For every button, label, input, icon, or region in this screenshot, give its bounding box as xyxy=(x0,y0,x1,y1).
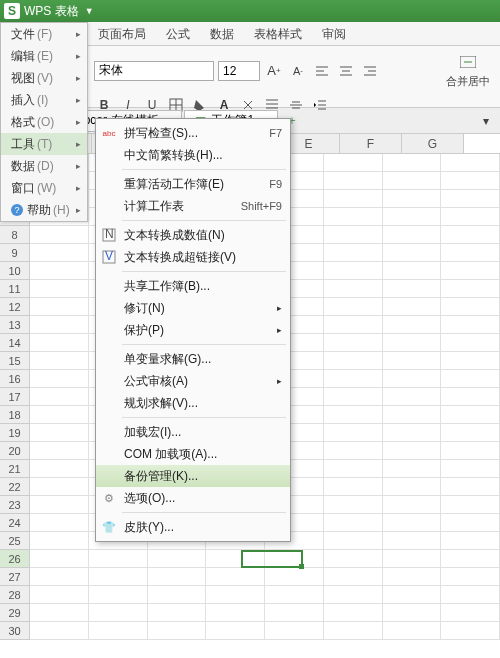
context-menu-item[interactable]: 保护(P)▸ xyxy=(96,319,290,341)
row-header[interactable]: 9 xyxy=(0,244,30,262)
row-header[interactable]: 11 xyxy=(0,280,30,298)
align-right-icon[interactable] xyxy=(360,61,380,81)
decrease-font-icon[interactable]: A- xyxy=(288,61,308,81)
ribbon-tab-formula[interactable]: 公式 xyxy=(156,22,200,45)
context-menu-item[interactable]: N文本转换成数值(N) xyxy=(96,224,290,246)
row-header[interactable]: 10 xyxy=(0,262,30,280)
ribbon-tab-data[interactable]: 数据 xyxy=(200,22,244,45)
svg-text:N: N xyxy=(105,228,114,241)
context-menu-item[interactable]: 规划求解(V)... xyxy=(96,392,290,414)
menu-item[interactable]: 窗口(W)▸ xyxy=(1,177,87,199)
menu-item[interactable]: 编辑(E)▸ xyxy=(1,45,87,67)
app-logo-icon: S xyxy=(4,3,20,19)
menu-item[interactable]: 工具(T)▸ xyxy=(1,133,87,155)
row-header[interactable]: 28 xyxy=(0,586,30,604)
link-icon: V xyxy=(101,249,117,265)
row-header[interactable]: 19 xyxy=(0,424,30,442)
column-header[interactable]: F xyxy=(340,134,402,153)
context-menu-item[interactable]: 公式审核(A)▸ xyxy=(96,370,290,392)
row-header[interactable]: 12 xyxy=(0,298,30,316)
menu-item[interactable]: 视图(V)▸ xyxy=(1,67,87,89)
row-header[interactable]: 21 xyxy=(0,460,30,478)
tab-list-icon[interactable]: ▾ xyxy=(476,111,496,131)
row-header[interactable]: 17 xyxy=(0,388,30,406)
app-menu-dropdown-icon[interactable]: ▼ xyxy=(85,6,94,16)
ribbon-tab-style[interactable]: 表格样式 xyxy=(244,22,312,45)
align-left-icon[interactable] xyxy=(312,61,332,81)
num-icon: N xyxy=(101,227,117,243)
font-family-select[interactable]: 宋体 xyxy=(94,61,214,81)
menu-item[interactable]: 格式(O)▸ xyxy=(1,111,87,133)
ribbon-tab-layout[interactable]: 页面布局 xyxy=(88,22,156,45)
svg-text:V: V xyxy=(105,250,113,263)
abc-icon: abc xyxy=(101,125,117,141)
menu-item[interactable]: 文件(F)▸ xyxy=(1,23,87,45)
align-center-icon[interactable] xyxy=(336,61,356,81)
font-size-select[interactable]: 12 xyxy=(218,61,260,81)
row-header[interactable]: 29 xyxy=(0,604,30,622)
context-menu-item[interactable]: 中文简繁转换(H)... xyxy=(96,144,290,166)
row-header[interactable]: 30 xyxy=(0,622,30,640)
context-menu-item[interactable]: 重算活动工作簿(E)F9 xyxy=(96,173,290,195)
row-header[interactable]: 24 xyxy=(0,514,30,532)
row-header[interactable]: 25 xyxy=(0,532,30,550)
context-menu-item[interactable]: 修订(N)▸ xyxy=(96,297,290,319)
row-header[interactable]: 23 xyxy=(0,496,30,514)
context-menu-item[interactable]: 备份管理(K)... xyxy=(96,465,290,487)
menu-item[interactable]: ?帮助(H)▸ xyxy=(1,199,87,221)
merge-label: 合并居中 xyxy=(446,74,490,89)
row-header[interactable]: 14 xyxy=(0,334,30,352)
increase-font-icon[interactable]: A+ xyxy=(264,61,284,81)
merge-cells-icon[interactable] xyxy=(457,52,479,72)
app-title: WPS 表格 xyxy=(24,3,79,20)
row-headers: 4567891011121314151617181920212223242526… xyxy=(0,154,30,658)
context-menu-item[interactable]: V文本转换成超链接(V) xyxy=(96,246,290,268)
context-menu-item[interactable]: COM 加载项(A)... xyxy=(96,443,290,465)
tools-submenu: abc拼写检查(S)...F7中文简繁转换(H)...重算活动工作簿(E)F9计… xyxy=(95,118,291,542)
menu-item[interactable]: 插入(I)▸ xyxy=(1,89,87,111)
context-menu-item[interactable]: abc拼写检查(S)...F7 xyxy=(96,122,290,144)
row-header[interactable]: 20 xyxy=(0,442,30,460)
shirt-icon: 👕 xyxy=(101,519,117,535)
row-header[interactable]: 18 xyxy=(0,406,30,424)
context-menu-item[interactable]: 加载宏(I)... xyxy=(96,421,290,443)
context-menu-item[interactable]: ⚙选项(O)... xyxy=(96,487,290,509)
row-header[interactable]: 27 xyxy=(0,568,30,586)
menu-item[interactable]: 数据(D)▸ xyxy=(1,155,87,177)
column-header[interactable]: G xyxy=(402,134,464,153)
row-header[interactable]: 15 xyxy=(0,352,30,370)
ribbon-tab-review[interactable]: 审阅 xyxy=(312,22,356,45)
row-header[interactable]: 22 xyxy=(0,478,30,496)
indent-button[interactable] xyxy=(310,95,330,115)
row-header[interactable]: 16 xyxy=(0,370,30,388)
row-header[interactable]: 8 xyxy=(0,226,30,244)
title-bar: S WPS 表格 ▼ xyxy=(0,0,500,22)
context-menu-item[interactable]: 单变量求解(G)... xyxy=(96,348,290,370)
context-menu-item[interactable]: 计算工作表Shift+F9 xyxy=(96,195,290,217)
context-menu-item[interactable]: 共享工作簿(B)... xyxy=(96,275,290,297)
classic-menu: 文件(F)▸编辑(E)▸视图(V)▸插入(I)▸格式(O)▸工具(T)▸数据(D… xyxy=(0,22,88,222)
row-header[interactable]: 26 xyxy=(0,550,30,568)
row-header[interactable]: 13 xyxy=(0,316,30,334)
context-menu-item[interactable]: 👕皮肤(Y)... xyxy=(96,516,290,538)
gear-icon: ⚙ xyxy=(101,490,117,506)
